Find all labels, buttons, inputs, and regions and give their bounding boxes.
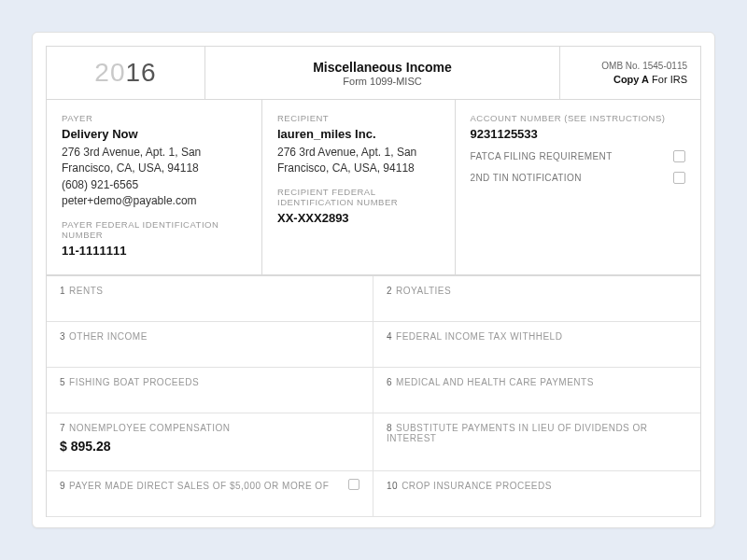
fatca-label: FATCA FILING REQUIREMENT xyxy=(471,151,613,161)
box-label-text: FEDERAL INCOME TAX WITHHELD xyxy=(396,331,562,342)
second-tin-row: 2ND TIN NOTIFICATION xyxy=(471,172,686,184)
fatca-row: FATCA FILING REQUIREMENT xyxy=(471,150,686,162)
box-number: 2 xyxy=(387,286,392,296)
box-2: 2ROYALTIES xyxy=(374,276,700,321)
recipient-section: RECIPIENT lauren_miles Inc. 276 3rd Aven… xyxy=(262,100,456,274)
box-9: 9PAYER MADE DIRECT SALES OF $5,000 OR MO… xyxy=(47,471,374,516)
form-title-cell: Miscellaneous Income Form 1099-MISC xyxy=(205,47,560,99)
box-label-text: OTHER INCOME xyxy=(69,331,148,342)
box-label: 5FISHING BOAT PROCEEDS xyxy=(60,377,359,387)
box-row: 5FISHING BOAT PROCEEDS6MEDICAL AND HEALT… xyxy=(47,368,700,413)
box-label-text: MEDICAL AND HEALTH CARE PAYMENTS xyxy=(396,377,594,387)
box-label: 6MEDICAL AND HEALTH CARE PAYMENTS xyxy=(387,377,687,387)
box-label: 10CROP INSURANCE PROCEEDS xyxy=(387,481,687,491)
box-row: 1RENTS2ROYALTIES xyxy=(47,275,700,322)
box-number: 9 xyxy=(60,481,65,491)
box-4: 4FEDERAL INCOME TAX WITHHELD xyxy=(374,322,700,367)
payer-label: PAYER xyxy=(62,113,247,123)
tax-year: 2016 xyxy=(47,47,205,99)
form-subtitle: Form 1099-MISC xyxy=(343,76,421,87)
amount-boxes: 1RENTS2ROYALTIES3OTHER INCOME4FEDERAL IN… xyxy=(46,275,701,517)
box-checkbox[interactable] xyxy=(348,479,359,490)
box-number: 1 xyxy=(60,286,65,296)
copy-label: Copy A For IRS xyxy=(613,74,687,85)
box-label: 8SUBSTITUTE PAYMENTS IN LIEU OF DIVIDEND… xyxy=(387,423,687,443)
box-row: 7NONEMPLOYEE COMPENSATION$ 895.288SUBSTI… xyxy=(47,413,700,471)
account-number: 9231125533 xyxy=(471,127,686,141)
account-section: ACCOUNT NUMBER (SEE INSTRUCTIONS) 923112… xyxy=(456,100,701,274)
box-number: 8 xyxy=(387,423,392,433)
payer-phone: (608) 921-6565 xyxy=(62,177,247,193)
box-label-text: FISHING BOAT PROCEEDS xyxy=(69,377,199,387)
box-6: 6MEDICAL AND HEALTH CARE PAYMENTS xyxy=(374,368,700,413)
payer-section: PAYER Delivery Now 276 3rd Avenue, Apt. … xyxy=(47,100,262,274)
omb-number: OMB No. 1545-0115 xyxy=(601,61,687,71)
payer-name: Delivery Now xyxy=(62,127,247,141)
box-1: 1RENTS xyxy=(47,276,374,321)
form-1099-misc: 2016 Miscellaneous Income Form 1099-MISC… xyxy=(32,32,715,528)
form-title: Miscellaneous Income xyxy=(313,60,452,75)
box-number: 4 xyxy=(387,331,392,342)
box-label: 2ROYALTIES xyxy=(387,286,687,296)
box-number: 5 xyxy=(60,377,65,387)
box-label-text: CROP INSURANCE PROCEEDS xyxy=(402,481,552,491)
account-label: ACCOUNT NUMBER (SEE INSTRUCTIONS) xyxy=(471,113,686,123)
box-label-text: RENTS xyxy=(69,286,103,296)
recipient-fed-id-label: RECIPIENT FEDERAL IDENTIFICATION NUMBER xyxy=(277,187,440,207)
box-number: 6 xyxy=(387,377,392,387)
recipient-label: RECIPIENT xyxy=(277,113,440,123)
second-tin-label: 2ND TIN NOTIFICATION xyxy=(471,173,582,183)
box-label-text: SUBSTITUTE PAYMENTS IN LIEU OF DIVIDENDS… xyxy=(387,423,648,443)
box-label: 9PAYER MADE DIRECT SALES OF $5,000 OR MO… xyxy=(60,481,359,491)
box-label-text: PAYER MADE DIRECT SALES OF $5,000 OR MOR… xyxy=(69,481,329,491)
fatca-checkbox[interactable] xyxy=(673,150,685,162)
box-8: 8SUBSTITUTE PAYMENTS IN LIEU OF DIVIDEND… xyxy=(374,413,700,470)
box-number: 7 xyxy=(60,423,65,433)
box-label-text: ROYALTIES xyxy=(396,286,451,296)
box-row: 3OTHER INCOME4FEDERAL INCOME TAX WITHHEL… xyxy=(47,322,700,368)
box-10: 10CROP INSURANCE PROCEEDS xyxy=(374,471,700,516)
recipient-fed-id: XX-XXX2893 xyxy=(277,211,440,225)
payer-fed-id-label: PAYER FEDERAL IDENTIFICATION NUMBER xyxy=(62,219,247,240)
payer-email: peter+demo@payable.com xyxy=(62,193,247,209)
box-7: 7NONEMPLOYEE COMPENSATION$ 895.28 xyxy=(47,413,374,470)
recipient-address: 276 3rd Avenue, Apt. 1, San Francisco, C… xyxy=(277,145,440,177)
box-row: 9PAYER MADE DIRECT SALES OF $5,000 OR MO… xyxy=(47,471,700,517)
box-label: 4FEDERAL INCOME TAX WITHHELD xyxy=(387,331,687,342)
recipient-name: lauren_miles Inc. xyxy=(277,127,440,141)
box-5: 5FISHING BOAT PROCEEDS xyxy=(47,368,374,413)
box-number: 10 xyxy=(387,481,398,491)
second-tin-checkbox[interactable] xyxy=(673,172,685,184)
box-number: 3 xyxy=(60,331,65,342)
box-label-text: NONEMPLOYEE COMPENSATION xyxy=(69,423,230,433)
payer-fed-id: 11-1111111 xyxy=(62,244,247,258)
box-value: $ 895.28 xyxy=(60,439,359,454)
box-label: 7NONEMPLOYEE COMPENSATION xyxy=(60,423,359,433)
box-3: 3OTHER INCOME xyxy=(47,322,374,367)
header-row: 2016 Miscellaneous Income Form 1099-MISC… xyxy=(46,46,701,100)
box-label: 3OTHER INCOME xyxy=(60,331,359,342)
payer-address: 276 3rd Avenue, Apt. 1, San Francisco, C… xyxy=(62,145,247,177)
box-label: 1RENTS xyxy=(60,286,359,296)
form-meta: OMB No. 1545-0115 Copy A For IRS xyxy=(560,47,700,99)
info-row: PAYER Delivery Now 276 3rd Avenue, Apt. … xyxy=(46,100,701,275)
